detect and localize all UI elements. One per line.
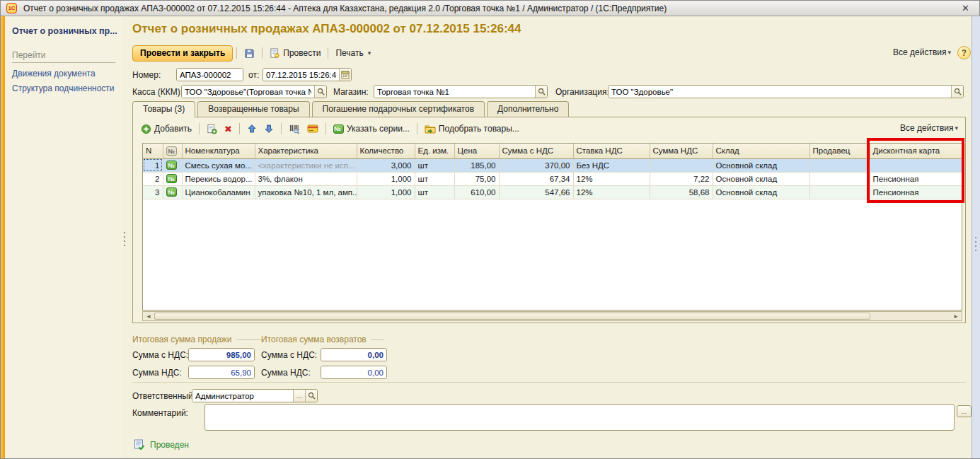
- cell-seller[interactable]: [809, 172, 870, 185]
- organization-input[interactable]: [609, 86, 951, 98]
- date-field[interactable]: [263, 68, 352, 81]
- cell-sum_vat[interactable]: 370,00: [499, 158, 573, 172]
- pick-goods-button[interactable]: Подобрать товары...: [421, 122, 523, 136]
- shop-input[interactable]: [374, 86, 535, 98]
- cell-price[interactable]: 75,00: [454, 172, 499, 185]
- table-row[interactable]: 2№Перекись водор...3%, флакон1,000шт75,0…: [143, 172, 962, 185]
- column-header-10[interactable]: Склад: [713, 144, 809, 158]
- lookup-magnifier-icon[interactable]: [305, 390, 317, 402]
- help-button[interactable]: ?: [957, 46, 971, 59]
- move-down-button[interactable]: [260, 122, 277, 136]
- column-header-9[interactable]: Сумма НДС: [650, 144, 713, 158]
- cell-seller[interactable]: [809, 158, 870, 172]
- cell-unit[interactable]: шт: [415, 185, 454, 199]
- row-number-badge-icon[interactable]: №: [163, 158, 182, 172]
- cell-n[interactable]: 3: [143, 185, 163, 199]
- discount-card-button[interactable]: [304, 122, 322, 136]
- tab-goods[interactable]: Товары (3): [132, 101, 195, 117]
- shop-field[interactable]: [374, 85, 548, 98]
- add-row-button[interactable]: Добавить: [137, 122, 195, 136]
- ellipsis-button[interactable]: ...: [293, 390, 305, 402]
- comment-ellipsis-button[interactable]: ...: [957, 405, 972, 417]
- tab-gift-certificates[interactable]: Погашение подарочных сертификатов: [312, 101, 485, 117]
- returns-vat-sum-input[interactable]: [321, 366, 386, 378]
- cell-seller[interactable]: [809, 185, 870, 199]
- lookup-magnifier-icon[interactable]: [535, 86, 547, 98]
- scroll-left-icon[interactable]: ◄: [143, 312, 154, 320]
- cell-vat_rate[interactable]: 12%: [573, 172, 650, 185]
- responsible-field[interactable]: ...: [192, 389, 318, 402]
- column-header-8[interactable]: Ставка НДС: [573, 144, 650, 158]
- column-header-12[interactable]: Дисконтная карта: [870, 144, 962, 158]
- cell-qty[interactable]: 3,000: [357, 158, 415, 172]
- sales-sum-with-vat-field[interactable]: [188, 348, 255, 361]
- number-input[interactable]: [177, 69, 243, 81]
- returns-sum-with-vat-field[interactable]: [321, 348, 387, 361]
- column-header-5[interactable]: Ед. изм.: [415, 144, 454, 158]
- table-row[interactable]: 3№Цианокобаламинупаковка №10, 1 мл, амп.…: [143, 185, 962, 199]
- cell-warehouse[interactable]: Основной склад: [713, 185, 809, 199]
- grid-all-actions-button[interactable]: Все действия ▾: [900, 123, 958, 133]
- cell-nomenclature[interactable]: Цианокобаламин: [182, 185, 255, 199]
- lookup-magnifier-icon[interactable]: [314, 86, 326, 98]
- copy-row-button[interactable]: [203, 122, 221, 136]
- save-button[interactable]: [241, 46, 258, 61]
- specify-series-button[interactable]: № Указать серии...: [330, 122, 413, 136]
- tab-returned-goods[interactable]: Возвращенные товары: [197, 101, 309, 117]
- cash-register-field[interactable]: [181, 85, 327, 98]
- returns-vat-sum-field[interactable]: [321, 366, 387, 379]
- cell-vat_sum[interactable]: 7,22: [650, 172, 713, 185]
- cell-discount_card[interactable]: [870, 158, 962, 172]
- lookup-magnifier-icon[interactable]: [951, 86, 963, 98]
- move-up-button[interactable]: [243, 122, 260, 136]
- row-number-badge-icon[interactable]: №: [163, 172, 182, 185]
- cell-characteristic[interactable]: <характеристики не исп...: [255, 158, 357, 172]
- sales-vat-sum-field[interactable]: [188, 366, 255, 379]
- cell-sum_vat[interactable]: 547,66: [499, 185, 573, 199]
- sidebar-link-subordination-structure[interactable]: Структура подчиненности: [12, 83, 118, 93]
- column-header-1[interactable]: №: [163, 144, 182, 158]
- print-menu-button[interactable]: Печать ▾: [332, 46, 374, 60]
- cell-discount_card[interactable]: Пенсионная: [870, 185, 962, 199]
- cell-vat_sum[interactable]: [650, 158, 713, 172]
- cell-warehouse[interactable]: Основной склад: [713, 158, 809, 172]
- returns-sum-with-vat-input[interactable]: [321, 349, 386, 361]
- form-all-actions-button[interactable]: Все действия ▾: [893, 47, 951, 57]
- cell-n[interactable]: 2: [143, 172, 163, 185]
- cell-n[interactable]: 1: [143, 158, 163, 172]
- row-number-badge-icon[interactable]: №: [163, 185, 182, 199]
- post-and-close-button[interactable]: Провести и закрыть: [132, 45, 233, 62]
- organization-field[interactable]: [608, 85, 964, 98]
- column-header-3[interactable]: Характеристика: [255, 144, 357, 158]
- cash-register-input[interactable]: [182, 86, 314, 98]
- cell-unit[interactable]: шт: [415, 172, 454, 185]
- cell-characteristic[interactable]: 3%, флакон: [255, 172, 357, 185]
- comment-input[interactable]: [204, 404, 955, 431]
- cell-price[interactable]: 185,00: [454, 158, 499, 172]
- sales-vat-sum-input[interactable]: [189, 366, 254, 378]
- cell-qty[interactable]: 1,000: [357, 185, 415, 199]
- tab-additional[interactable]: Дополнительно: [487, 101, 569, 117]
- cell-discount_card[interactable]: Пенсионная: [870, 172, 962, 185]
- cell-vat_rate[interactable]: 12%: [573, 185, 650, 199]
- delete-row-button[interactable]: ✖: [221, 122, 236, 136]
- sidebar-link-document-movements[interactable]: Движения документа: [12, 69, 118, 79]
- cell-characteristic[interactable]: упаковка №10, 1 мл, амп...: [255, 185, 357, 199]
- cell-price[interactable]: 610,00: [454, 185, 499, 199]
- close-icon[interactable]: ✕: [957, 3, 974, 13]
- horizontal-scrollbar[interactable]: ◄ ►: [142, 311, 962, 321]
- barcode-scan-button[interactable]: [285, 122, 304, 136]
- cell-sum_vat[interactable]: 67,34: [499, 172, 573, 185]
- post-button[interactable]: Провести: [266, 46, 324, 61]
- cell-vat_sum[interactable]: 58,68: [650, 185, 713, 199]
- scroll-right-icon[interactable]: ►: [950, 312, 962, 320]
- calendar-icon[interactable]: [339, 69, 351, 81]
- column-header-2[interactable]: Номенклатура: [182, 144, 255, 158]
- column-header-7[interactable]: Сумма с НДС: [499, 144, 573, 158]
- date-input[interactable]: [263, 69, 339, 81]
- cell-nomenclature[interactable]: Смесь сухая мо...: [182, 158, 255, 172]
- number-field[interactable]: [176, 68, 243, 81]
- sales-sum-with-vat-input[interactable]: [189, 349, 254, 361]
- cell-qty[interactable]: 1,000: [357, 172, 415, 185]
- table-row[interactable]: 1№Смесь сухая мо...<характеристики не ис…: [143, 158, 962, 172]
